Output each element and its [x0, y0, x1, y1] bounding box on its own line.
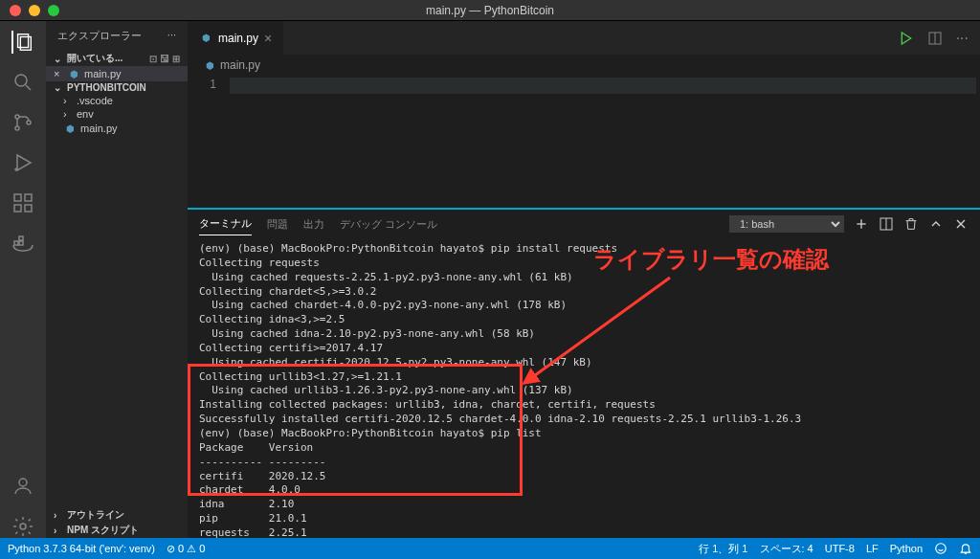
editor-tabs: ⬢ main.py × ···	[188, 21, 980, 55]
notifications-icon[interactable]	[959, 542, 972, 555]
account-icon[interactable]	[11, 475, 34, 498]
more-actions-icon[interactable]: ···	[956, 30, 969, 47]
docker-icon[interactable]	[11, 232, 34, 255]
python-file-icon: ⬢	[67, 67, 80, 80]
close-tab-icon[interactable]: ×	[264, 31, 272, 46]
search-icon[interactable]	[11, 71, 34, 94]
panel-tabs: ターミナル 問題 出力 デバッグ コンソール 1: bash	[188, 210, 980, 238]
explorer-icon[interactable]	[11, 31, 34, 54]
tab-debug-console[interactable]: デバッグ コンソール	[340, 213, 437, 235]
status-errors[interactable]: ⊘ 0 ⚠ 0	[167, 543, 205, 555]
sidebar-header: エクスプローラー ···	[46, 21, 188, 51]
status-line-col[interactable]: 行 1、列 1	[699, 542, 747, 556]
status-eol[interactable]: LF	[866, 543, 879, 554]
terminal-selector[interactable]: 1: bash	[729, 215, 844, 233]
settings-gear-icon[interactable]	[11, 515, 34, 538]
svg-line-3	[26, 85, 31, 90]
svg-rect-14	[19, 241, 23, 245]
python-file-icon: ⬢	[203, 58, 216, 72]
folder-vscode[interactable]: ›.vscode	[46, 94, 188, 107]
split-terminal-icon[interactable]	[879, 216, 894, 232]
window-title: main.py — PythonBitcoin	[426, 4, 554, 17]
line-gutter: 1	[188, 76, 226, 208]
npm-section[interactable]: ›NPM スクリプト	[46, 523, 188, 538]
tab-terminal[interactable]: ターミナル	[199, 212, 252, 235]
svg-point-2	[15, 75, 27, 86]
open-editors-section[interactable]: ⌄開いている... ⊡ 🖫 ⊞	[46, 51, 188, 66]
svg-rect-11	[25, 205, 32, 212]
sidebar-title: エクスプローラー	[57, 29, 142, 43]
close-panel-icon[interactable]	[953, 216, 969, 232]
status-encoding[interactable]: UTF-8	[825, 543, 855, 554]
titlebar: main.py — PythonBitcoin	[0, 0, 980, 21]
svg-point-17	[20, 524, 26, 529]
maximize-window-button[interactable]	[48, 5, 59, 16]
open-editor-item[interactable]: × ⬢ main.py	[46, 66, 188, 81]
breadcrumb[interactable]: ⬢ main.py	[188, 55, 980, 76]
feedback-icon[interactable]	[934, 542, 947, 555]
svg-rect-12	[25, 194, 32, 201]
svg-point-8	[15, 168, 17, 170]
status-spaces[interactable]: スペース: 4	[760, 542, 813, 556]
file-main[interactable]: ⬢ main.py	[46, 121, 188, 136]
svg-marker-18	[902, 33, 910, 44]
status-bar: Python 3.7.3 64-bit ('env': venv) ⊘ 0 ⚠ …	[0, 538, 980, 559]
maximize-panel-icon[interactable]	[928, 216, 944, 232]
svg-point-6	[27, 121, 31, 124]
status-lang[interactable]: Python	[890, 543, 923, 554]
new-terminal-icon[interactable]	[854, 216, 869, 232]
project-section[interactable]: ⌄PYTHONBITCOIN	[46, 81, 188, 94]
outline-section[interactable]: ›アウトライン	[46, 507, 188, 523]
svg-marker-7	[17, 155, 31, 170]
source-control-icon[interactable]	[11, 111, 34, 134]
svg-point-5	[15, 126, 19, 130]
panel: ターミナル 問題 出力 デバッグ コンソール 1: bash (env) (ba…	[188, 208, 980, 538]
svg-point-16	[19, 479, 27, 486]
status-python[interactable]: Python 3.7.3 64-bit ('env': venv)	[8, 543, 155, 554]
tab-output[interactable]: 出力	[303, 213, 324, 235]
extensions-icon[interactable]	[11, 191, 34, 214]
svg-point-29	[936, 544, 947, 554]
run-icon[interactable]	[899, 31, 914, 46]
code-editor[interactable]: 1	[188, 76, 980, 208]
editor-area: ⬢ main.py × ··· ⬢ main.py 1 ターミナル 問題 出力	[188, 21, 980, 538]
minimize-window-button[interactable]	[29, 5, 40, 16]
more-icon[interactable]: ···	[167, 29, 176, 43]
svg-point-4	[15, 115, 19, 119]
debug-icon[interactable]	[11, 151, 34, 174]
tab-main-py[interactable]: ⬢ main.py ×	[188, 21, 284, 55]
tab-problems[interactable]: 問題	[267, 213, 288, 235]
python-file-icon: ⬢	[199, 32, 212, 45]
window-controls	[10, 5, 59, 16]
folder-env[interactable]: ›env	[46, 107, 188, 121]
svg-rect-15	[19, 236, 23, 240]
svg-rect-10	[14, 205, 21, 212]
split-editor-icon[interactable]	[927, 31, 943, 46]
svg-rect-13	[14, 241, 18, 245]
trash-icon[interactable]	[903, 216, 919, 232]
terminal-output[interactable]: (env) (base) MacBookPro:PythonBitcoin ha…	[188, 238, 980, 538]
svg-rect-9	[14, 194, 21, 201]
activity-bar	[0, 21, 46, 538]
close-window-button[interactable]	[10, 5, 21, 16]
explorer-sidebar: エクスプローラー ··· ⌄開いている... ⊡ 🖫 ⊞ × ⬢ main.py…	[46, 21, 188, 538]
python-file-icon: ⬢	[63, 122, 77, 135]
